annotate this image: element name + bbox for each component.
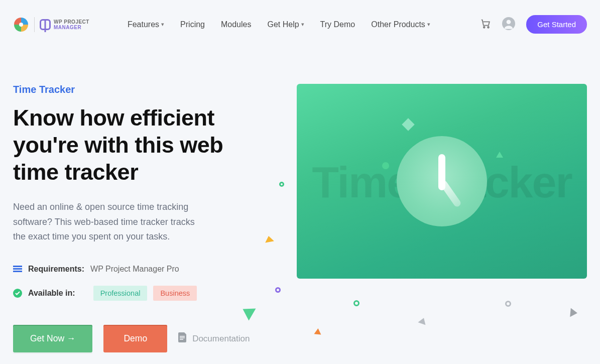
nav-other-products-label: Other Products xyxy=(371,20,425,29)
nav-get-help-label: Get Help xyxy=(267,20,299,29)
document-icon xyxy=(178,332,187,345)
svg-rect-8 xyxy=(13,271,22,272)
documentation-link[interactable]: Documentation xyxy=(178,332,250,345)
requirements-value: WP Project Manager Pro xyxy=(90,265,179,274)
confetti-shape xyxy=(402,118,414,131)
nav-modules-label: Modules xyxy=(221,20,251,29)
nav-pricing[interactable]: Pricing xyxy=(180,20,205,29)
brand-line1: WP PROJECT xyxy=(54,19,89,25)
nav-modules[interactable]: Modules xyxy=(221,20,251,29)
clock-icon xyxy=(397,136,487,226)
decorative-shape xyxy=(279,182,284,187)
chevron-down-icon: ▾ xyxy=(301,21,304,28)
header-actions: Get Started xyxy=(480,15,587,34)
decorative-shape xyxy=(353,300,359,306)
svg-rect-7 xyxy=(13,268,22,270)
hero-subtext: Need an online & open source time tracki… xyxy=(13,200,204,245)
confetti-shape xyxy=(382,162,389,169)
available-row: Available in: Professional Business xyxy=(13,286,274,301)
svg-point-2 xyxy=(484,26,485,28)
svg-rect-6 xyxy=(13,266,22,267)
wedevs-swirl-icon xyxy=(13,17,29,33)
brand-line2: MANAGER xyxy=(54,25,89,30)
nav-try-demo-label: Try Demo xyxy=(320,20,355,29)
requirements-icon xyxy=(13,265,22,274)
get-started-button[interactable]: Get Started xyxy=(526,15,587,34)
pm-mark-icon xyxy=(40,19,51,30)
nav-pricing-label: Pricing xyxy=(180,20,205,29)
site-header: WP PROJECT MANAGER Features ▾ Pricing Mo… xyxy=(0,0,600,34)
requirements-label: Requirements: xyxy=(28,265,84,274)
nav-other-products[interactable]: Other Products ▾ xyxy=(371,20,430,29)
svg-rect-12 xyxy=(180,339,183,340)
chevron-down-icon: ▾ xyxy=(161,21,164,28)
documentation-label: Documentation xyxy=(192,334,250,344)
svg-point-5 xyxy=(507,20,511,24)
decorative-shape xyxy=(505,301,511,307)
svg-rect-11 xyxy=(180,337,185,338)
get-now-button[interactable]: Get Now xyxy=(13,325,92,352)
nav-get-help[interactable]: Get Help ▾ xyxy=(267,20,304,29)
tag-professional: Professional xyxy=(93,286,148,301)
decorative-shape xyxy=(314,328,322,334)
hero-eyebrow: Time Tracker xyxy=(13,84,274,95)
user-avatar-icon[interactable] xyxy=(502,17,515,32)
hero-headline: Know how efficient you're with this web … xyxy=(13,104,274,186)
decorative-shape xyxy=(275,287,281,293)
svg-point-1 xyxy=(19,23,23,27)
requirements-row: Requirements: WP Project Manager Pro xyxy=(13,265,274,274)
hero-illustration: Time Tracker xyxy=(297,84,587,279)
available-label: Available in: xyxy=(28,289,75,298)
nav-features-label: Features xyxy=(128,20,159,29)
cart-icon[interactable] xyxy=(480,18,491,31)
logo-divider xyxy=(34,17,35,32)
tag-business: Business xyxy=(153,286,197,301)
hero-content: Time Tracker Know how efficient you're w… xyxy=(13,84,274,352)
brand-logo[interactable]: WP PROJECT MANAGER xyxy=(13,17,89,33)
svg-rect-10 xyxy=(180,336,185,337)
cta-row: Get Now Demo Documentation xyxy=(13,325,274,352)
svg-point-3 xyxy=(488,26,489,28)
demo-button[interactable]: Demo xyxy=(103,325,167,352)
chevron-down-icon: ▾ xyxy=(427,21,430,28)
brand-text: WP PROJECT MANAGER xyxy=(40,19,89,30)
nav-features[interactable]: Features ▾ xyxy=(128,20,164,29)
check-circle-icon xyxy=(13,289,22,298)
confetti-shape xyxy=(496,152,503,158)
nav-try-demo[interactable]: Try Demo xyxy=(320,20,355,29)
main-nav: Features ▾ Pricing Modules Get Help ▾ Tr… xyxy=(128,20,430,29)
decorative-shape xyxy=(570,308,578,317)
